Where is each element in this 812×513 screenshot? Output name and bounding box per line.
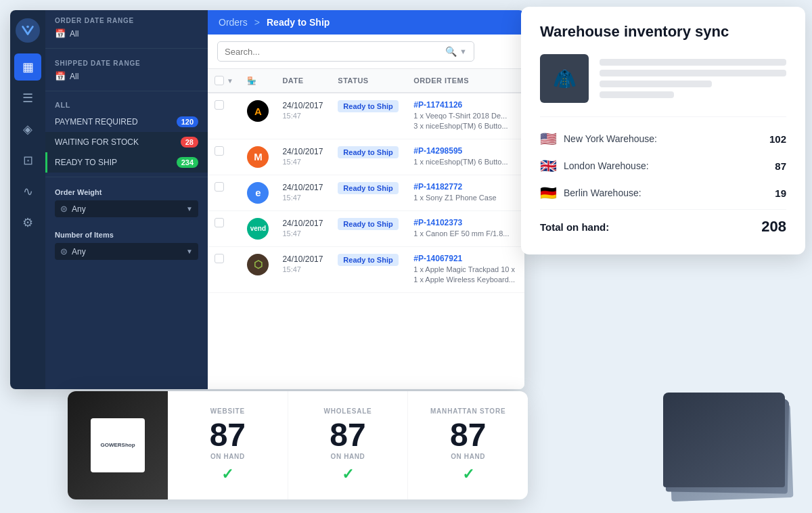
search-wrapper: 🔍 ▼ xyxy=(217,41,474,62)
shipped-date-section: SHIPPED DATE RANGE 📅 All xyxy=(45,53,208,87)
warehouse-count: 19 xyxy=(775,187,786,199)
stat-column: MANHATTAN STORE 87 ON HAND ✓ xyxy=(408,391,528,499)
channel-logo: M xyxy=(247,146,269,168)
order-id-link[interactable]: #P-14298595 xyxy=(413,146,462,156)
payment-required-badge: 120 xyxy=(177,116,198,127)
filter-payment-required[interactable]: PAYMENT REQUIRED 120 xyxy=(45,112,208,132)
nav-dashboard[interactable]: ▦ xyxy=(14,53,41,81)
channel-header: 🏪 xyxy=(240,69,275,93)
order-id-link[interactable]: #P-14182772 xyxy=(413,182,462,192)
order-id-link[interactable]: #P-11741126 xyxy=(413,100,462,110)
warehouse-card: Warehouse inventory sync 🧥 🇺🇸 New York W… xyxy=(521,7,805,254)
order-time: 15:47 xyxy=(282,194,324,202)
placeholder-line-2 xyxy=(600,70,786,76)
num-items-label: Number of Items xyxy=(55,231,198,239)
calendar-icon-2: 📅 xyxy=(55,71,66,81)
channel-logo: e xyxy=(247,182,269,204)
order-id-link[interactable]: #P-14067921 xyxy=(413,254,462,263)
divider-2 xyxy=(45,91,208,91)
waiting-stock-label: WAITING FOR STOCK xyxy=(55,137,139,147)
order-items-text: 1 x Apple Magic Trackpad 10 x1 x Apple W… xyxy=(413,265,518,286)
nav-tag[interactable]: ◈ xyxy=(14,116,41,143)
filter-waiting-stock[interactable]: WAITING FOR STOCK 28 xyxy=(45,132,208,152)
weight-icon: ⊜ xyxy=(60,204,68,214)
app-window: ▦ ☰ ◈ ⊡ ∿ ⚙ ORDER DATE RANGE 📅 All SHIPP… xyxy=(10,10,524,389)
tshirt-stack-decoration xyxy=(663,378,798,499)
all-label: ALL xyxy=(45,95,208,112)
bottom-card: GOWERShop WEBSITE 87 ON HAND ✓ WHOLESALE… xyxy=(68,391,528,499)
order-date: 24/10/2017 xyxy=(282,218,324,229)
sidebar: ORDER DATE RANGE 📅 All SHIPPED DATE RANG… xyxy=(45,10,208,389)
row-checkbox[interactable] xyxy=(215,182,224,192)
main-content: Orders > Ready to Ship 🔍 ▼ ▼ xyxy=(208,10,524,389)
app-logo[interactable] xyxy=(16,18,40,43)
stat-channel-label: WHOLESALE xyxy=(323,407,371,415)
status-header[interactable]: STATUS xyxy=(331,69,407,93)
row-checkbox[interactable] xyxy=(215,100,224,110)
divider-3 xyxy=(45,177,208,177)
order-items-text: 1 x niceEshop(TM) 6 Butto... xyxy=(413,157,518,167)
shipped-date-label: SHIPPED DATE RANGE xyxy=(55,60,198,67)
breadcrumb-parent[interactable]: Orders xyxy=(219,17,248,28)
order-date-label: ORDER DATE RANGE xyxy=(55,17,198,24)
channel-logo: A xyxy=(247,100,269,122)
ready-to-ship-label: READY TO SHIP xyxy=(55,158,117,167)
table-row: A 24/10/2017 15:47 Ready to Ship #P-1174… xyxy=(208,93,524,139)
top-bar: Orders > Ready to Ship xyxy=(208,10,524,35)
breadcrumb-current: Ready to Ship xyxy=(267,17,330,28)
search-input[interactable] xyxy=(225,47,445,57)
select-all-arrow[interactable]: ▼ xyxy=(227,77,233,85)
waiting-stock-badge: 28 xyxy=(181,137,198,148)
filter-ready-to-ship[interactable]: READY TO SHIP 234 xyxy=(45,152,208,173)
row-checkbox[interactable] xyxy=(215,218,224,227)
order-weight-label: Order Weight xyxy=(55,188,198,196)
search-icon: 🔍 xyxy=(445,46,457,57)
orders-table-container: ▼ 🏪 DATE STATUS ORDER ITEMS xyxy=(208,69,524,389)
stat-sub-label: ON HAND xyxy=(451,453,485,460)
nav-list[interactable]: ☰ xyxy=(14,85,41,112)
left-nav: ▦ ☰ ◈ ⊡ ∿ ⚙ xyxy=(10,10,45,389)
bottom-card-image: GOWERShop xyxy=(68,391,168,499)
warehouse-flag: 🇬🇧 xyxy=(540,158,557,174)
search-bar: 🔍 ▼ xyxy=(208,35,524,69)
cart-icon: ⊡ xyxy=(23,153,33,168)
placeholder-line-3 xyxy=(600,81,712,87)
order-status: Ready to Ship xyxy=(338,254,398,266)
order-date: 24/10/2017 xyxy=(282,254,324,265)
warehouse-title: Warehouse inventory sync xyxy=(540,23,786,41)
breadcrumb-separator: > xyxy=(254,17,260,28)
gear-icon: ⚙ xyxy=(22,215,33,230)
order-date-value[interactable]: 📅 All xyxy=(55,27,198,40)
order-date: 24/10/2017 xyxy=(282,100,324,112)
order-status: Ready to Ship xyxy=(338,182,398,194)
search-dropdown-arrow[interactable]: ▼ xyxy=(459,47,467,55)
warehouse-count: 102 xyxy=(769,133,786,145)
nav-cart[interactable]: ⊡ xyxy=(14,147,41,174)
order-status: Ready to Ship xyxy=(338,218,398,230)
order-id-link[interactable]: #P-14102373 xyxy=(413,218,462,227)
order-items-header[interactable]: ORDER ITEMS xyxy=(407,69,524,93)
stat-number: 87 xyxy=(210,419,246,451)
order-time: 15:47 xyxy=(282,229,324,238)
channel-logo: ⬡ xyxy=(247,254,269,275)
num-items-select[interactable]: ⊜ Any ▼ xyxy=(55,243,198,260)
date-header[interactable]: DATE xyxy=(275,69,331,93)
channel-logo: vend xyxy=(247,218,269,240)
nav-settings[interactable]: ⚙ xyxy=(14,209,41,236)
nav-analytics[interactable]: ∿ xyxy=(14,178,41,205)
check-icon: ✓ xyxy=(462,466,474,483)
warehouse-count: 87 xyxy=(775,160,786,172)
stat-number: 87 xyxy=(330,419,365,451)
shipped-date-value[interactable]: 📅 All xyxy=(55,70,198,83)
svg-point-0 xyxy=(26,26,29,28)
row-checkbox[interactable] xyxy=(215,146,224,156)
placeholder-line-4 xyxy=(600,91,674,98)
order-time: 15:47 xyxy=(282,265,324,273)
row-checkbox[interactable] xyxy=(215,254,224,263)
order-weight-select[interactable]: ⊜ Any ▼ xyxy=(55,200,198,217)
select-all-checkbox[interactable] xyxy=(215,76,224,85)
order-date-section: ORDER DATE RANGE 📅 All xyxy=(45,10,208,44)
items-dropdown-arrow: ▼ xyxy=(186,248,193,255)
placeholder-line-1 xyxy=(600,59,786,66)
divider-1 xyxy=(45,48,208,49)
